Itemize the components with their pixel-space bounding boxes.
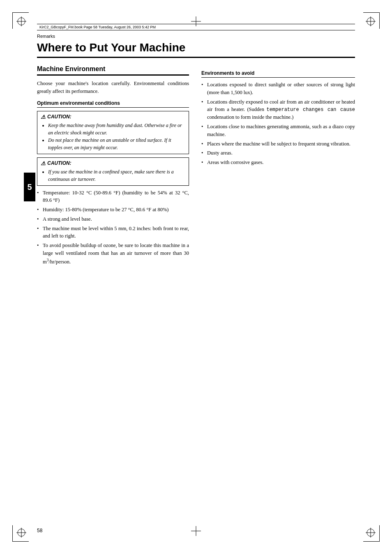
left-bullet-item-4: The machine must be level within 5 mm, 0… — [37, 225, 189, 240]
page-number: 58 — [37, 528, 42, 533]
left-column: Machine Environment Choose your machine'… — [37, 65, 189, 267]
left-bullet-item-3: A strong and level base. — [37, 215, 189, 223]
page: KirC2_GBcopyF_FM.book Page 58 Tuesday, A… — [0, 0, 392, 554]
left-bullet-list: Temperature: 10-32 °C (50-89.6 °F) (humi… — [37, 189, 189, 266]
right-column: Environments to avoid Locations exposed … — [201, 65, 355, 267]
chapter-tab: 5 — [24, 173, 35, 201]
reg-mark-bl — [16, 528, 26, 538]
two-column-layout: Machine Environment Choose your machine'… — [37, 65, 355, 267]
right-bullet-item-2: Locations directly exposed to cool air f… — [201, 98, 355, 122]
caution-item-1-1: Keep the machine away from humidity and … — [48, 122, 185, 136]
right-bullet-item-3: Locations close to machines generating a… — [201, 123, 355, 138]
caution-list-2: If you use the machine in a confined spa… — [41, 168, 185, 183]
caution-box-2: ⚠ CAUTION: If you use the machine in a c… — [37, 157, 189, 186]
section-label: Remarks — [37, 34, 55, 39]
reg-mark-tr — [366, 16, 376, 26]
optimum-conditions-heading: Optimum environmental conditions — [37, 100, 189, 108]
file-info-bar: KirC2_GBcopyF_FM.book Page 58 Tuesday, A… — [37, 24, 355, 30]
caution-box-1: ⚠ CAUTION: Keep the machine away from hu… — [37, 111, 189, 154]
caution-item-2-1: If you use the machine in a confined spa… — [48, 168, 185, 183]
reg-mark-br — [366, 528, 376, 538]
file-info-text: KirC2_GBcopyF_FM.book Page 58 Tuesday, A… — [39, 25, 156, 29]
right-section-heading: Environments to avoid — [201, 70, 355, 78]
chapter-number: 5 — [27, 182, 32, 192]
caution-label-2: ⚠ CAUTION: — [41, 160, 185, 166]
caution-list-1: Keep the machine away from humidity and … — [41, 122, 185, 151]
caution-label-1: ⚠ CAUTION: — [41, 114, 185, 120]
right-bullet-item-6: Areas with corrosive gases. — [201, 159, 355, 166]
main-content: Where to Put Your Machine Machine Enviro… — [37, 41, 355, 521]
warning-icon-1: ⚠ — [41, 114, 46, 120]
page-title: Where to Put Your Machine — [37, 41, 355, 58]
warning-icon-2: ⚠ — [41, 160, 46, 166]
left-section-heading: Machine Environment — [37, 65, 189, 76]
right-bullet-item-4: Places where the machine will be subject… — [201, 140, 355, 148]
right-bullet-item-1: Locations exposed to direct sunlight or … — [201, 81, 355, 97]
caution-item-1-2: Do not place the machine on an unstable … — [48, 136, 185, 151]
center-mark-bottom — [191, 526, 201, 538]
reg-mark-tl — [16, 16, 26, 26]
left-bullet-item-1: Temperature: 10-32 °C (50-89.6 °F) (humi… — [37, 189, 189, 205]
left-bullet-item-5: To avoid possible buildup of ozone, be s… — [37, 242, 189, 265]
right-bullet-item-5: Dusty areas. — [201, 149, 355, 157]
left-bullet-item-2: Humidity: 15-80% (temperature to be 27 °… — [37, 206, 189, 214]
left-intro-text: Choose your machine's location carefully… — [37, 80, 189, 95]
right-bullet-list: Locations exposed to direct sunlight or … — [201, 81, 355, 166]
